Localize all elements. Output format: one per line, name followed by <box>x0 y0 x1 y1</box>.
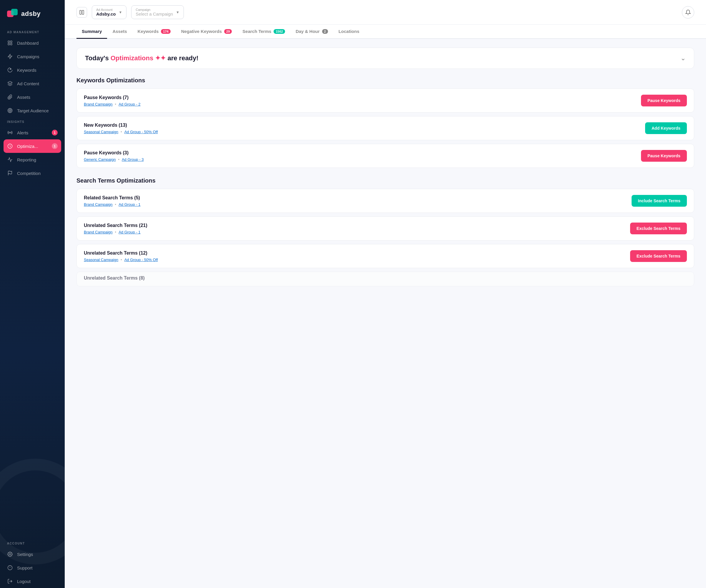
support-icon <box>7 565 13 571</box>
keyword-card-2-info: Pause Keywords (3) Generic Campaign • Ad… <box>84 150 144 162</box>
sidebar-item-keywords-label: Keywords <box>17 68 36 73</box>
optimizations-badge: 1 <box>52 143 58 149</box>
chart-icon <box>7 157 13 163</box>
topbar: Ad Account Adsby.co ▼ Campaign Select a … <box>65 0 706 25</box>
sidebar-item-optimizations[interactable]: Optimiza... 1 <box>3 139 61 153</box>
tab-locations[interactable]: Locations <box>333 25 365 39</box>
banner-text-before: Today's <box>85 54 109 62</box>
tab-search-terms[interactable]: Search Terms 1562 <box>237 25 290 39</box>
page-content: Today's Optimizations ✦✦ are ready! ⌄ Ke… <box>65 39 706 588</box>
grid-icon <box>7 40 13 46</box>
gear-icon <box>7 551 13 557</box>
keyword-card-1-title: New Keywords (13) <box>84 123 158 128</box>
keyword-card-2-action-button[interactable]: Pause Keywords <box>641 150 687 162</box>
keyword-card-2: Pause Keywords (3) Generic Campaign • Ad… <box>77 144 694 168</box>
tab-summary-label: Summary <box>82 29 102 34</box>
optimizations-banner: Today's Optimizations ✦✦ are ready! ⌄ <box>77 48 694 69</box>
search-term-card-3-info: Unrelated Search Terms (8) <box>84 276 145 283</box>
svg-point-9 <box>9 110 11 112</box>
sidebar-item-target-audience-label: Target Audience <box>17 108 49 113</box>
sidebar-item-alerts[interactable]: Alerts 1 <box>0 126 65 139</box>
sidebar-item-campaigns[interactable]: Campaigns <box>0 50 65 63</box>
tabs-bar: Summary Assets Keywords 174 Negative Key… <box>65 25 706 39</box>
tab-negative-keywords[interactable]: Negative Keywords 29 <box>176 25 237 39</box>
banner-collapse-chevron-icon[interactable]: ⌄ <box>680 54 686 62</box>
keyword-card-1-adgroup-link[interactable]: Ad Group - 50% Off <box>124 130 158 134</box>
tab-day-hour[interactable]: Day & Hour 2 <box>290 25 333 39</box>
search-term-card-2-adgroup-link[interactable]: Ad Group - 50% Off <box>124 257 158 262</box>
search-term-card-0-campaign-link[interactable]: Brand Campaign <box>84 202 113 207</box>
main-content: Ad Account Adsby.co ▼ Campaign Select a … <box>65 0 706 588</box>
sidebar-item-logout[interactable]: Logout <box>0 575 65 588</box>
tab-summary[interactable]: Summary <box>77 25 107 39</box>
tab-day-hour-label: Day & Hour <box>296 29 320 34</box>
sidebar-item-keywords[interactable]: Keywords <box>0 63 65 77</box>
campaign-placeholder: Select a Campaign <box>135 11 173 16</box>
campaign-dropdown[interactable]: Campaign Select a Campaign ▼ <box>131 5 184 19</box>
search-term-card-2-action-button[interactable]: Exclude Search Terms <box>630 250 687 262</box>
campaign-label: Campaign <box>135 8 173 11</box>
search-term-card-1-campaign-link[interactable]: Brand Campaign <box>84 230 113 234</box>
notification-button[interactable] <box>682 6 694 18</box>
sidebar-item-optimizations-label: Optimiza... <box>17 144 38 149</box>
keyword-card-0-adgroup-link[interactable]: Ad Group - 2 <box>119 102 140 107</box>
lightning-icon <box>7 53 13 59</box>
sidebar-item-ad-content[interactable]: Ad Content <box>0 77 65 90</box>
banner-text-highlight: Optimizations ✦✦ <box>111 54 166 62</box>
logout-icon <box>7 578 13 584</box>
keyword-card-1-action-button[interactable]: Add Keywords <box>645 122 687 134</box>
tab-day-hour-badge: 2 <box>322 29 328 34</box>
svg-rect-5 <box>11 44 12 45</box>
keyword-card-1-info: New Keywords (13) Seasonal Campaign • Ad… <box>84 123 158 134</box>
sidebar-item-settings[interactable]: Settings <box>0 547 65 561</box>
search-term-card-1-action-button[interactable]: Exclude Search Terms <box>630 222 687 234</box>
tab-assets-label: Assets <box>112 29 127 34</box>
sidebar-item-support[interactable]: Support <box>0 561 65 575</box>
search-term-card-1: Unrelated Search Terms (21) Brand Campai… <box>77 216 694 241</box>
search-term-card-2-info: Unrelated Search Terms (12) Seasonal Cam… <box>84 251 158 262</box>
search-term-card-1-title: Unrelated Search Terms (21) <box>84 223 147 228</box>
keyword-card-0-action-button[interactable]: Pause Keywords <box>641 95 687 107</box>
keyword-card-2-campaign-link[interactable]: Generic Campaign <box>84 157 116 162</box>
radio-icon <box>7 130 13 135</box>
svg-point-8 <box>8 109 12 113</box>
sidebar-item-campaigns-label: Campaigns <box>17 54 39 59</box>
sidebar-item-target-audience[interactable]: Target Audience <box>0 104 65 117</box>
tab-keywords-label: Keywords <box>138 29 159 34</box>
sidebar-item-assets-label: Assets <box>17 95 30 100</box>
search-term-card-2: Unrelated Search Terms (12) Seasonal Cam… <box>77 244 694 268</box>
tab-negative-keywords-badge: 29 <box>224 29 232 34</box>
keyword-card-0-campaign-link[interactable]: Brand Campaign <box>84 102 113 107</box>
sidebar-item-settings-label: Settings <box>17 552 33 557</box>
ad-account-dropdown[interactable]: Ad Account Adsby.co ▼ <box>92 5 126 19</box>
keyword-card-0-info: Pause Keywords (7) Brand Campaign • Ad G… <box>84 95 141 107</box>
sidebar-item-dashboard[interactable]: Dashboard <box>0 36 65 50</box>
keyword-card-0: Pause Keywords (7) Brand Campaign • Ad G… <box>77 88 694 113</box>
layers-icon <box>7 81 13 86</box>
campaign-chevron-down-icon: ▼ <box>176 10 180 14</box>
search-term-card-0-adgroup-link[interactable]: Ad Group - 1 <box>119 202 140 207</box>
keywords-section-title: Keywords Optimizations <box>77 77 694 84</box>
layout-toggle-button[interactable] <box>77 7 87 17</box>
search-term-card-2-meta: Seasonal Campaign • Ad Group - 50% Off <box>84 257 158 262</box>
account-label: ACCOUNT <box>0 539 65 547</box>
search-term-card-2-campaign-link[interactable]: Seasonal Campaign <box>84 257 118 262</box>
svg-point-11 <box>10 132 11 133</box>
keyword-card-0-title: Pause Keywords (7) <box>84 95 141 100</box>
search-term-card-1-adgroup-link[interactable]: Ad Group - 1 <box>119 230 140 234</box>
sidebar-item-competition[interactable]: Competition <box>0 166 65 180</box>
optimize-icon <box>7 143 13 149</box>
sidebar-item-assets[interactable]: Assets <box>0 90 65 104</box>
search-term-card-0-meta: Brand Campaign • Ad Group - 1 <box>84 202 141 207</box>
tab-locations-label: Locations <box>339 29 359 34</box>
sidebar-item-competition-label: Competition <box>17 171 41 176</box>
search-term-card-0-action-button[interactable]: Include Search Terms <box>632 195 687 207</box>
keyword-card-2-adgroup-link[interactable]: Ad Group - 3 <box>122 157 144 162</box>
keyword-card-1-campaign-link[interactable]: Seasonal Campaign <box>84 130 118 134</box>
keyword-card-0-meta: Brand Campaign • Ad Group - 2 <box>84 102 141 107</box>
tab-assets[interactable]: Assets <box>107 25 132 39</box>
tab-keywords[interactable]: Keywords 174 <box>132 25 176 39</box>
sidebar-item-reporting[interactable]: Reporting <box>0 153 65 166</box>
logo-area: adsby <box>0 0 65 28</box>
ad-account-chevron-down-icon: ▼ <box>119 10 122 14</box>
